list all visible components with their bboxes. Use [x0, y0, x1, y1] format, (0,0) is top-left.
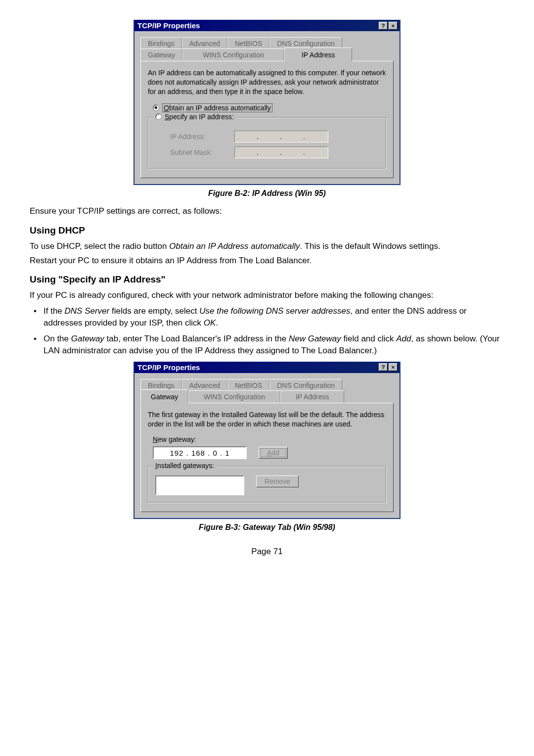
- radio-specify-label: Specify an IP address:: [165, 113, 234, 121]
- tab-gateway-2[interactable]: Gateway: [140, 389, 188, 404]
- help-icon[interactable]: ?: [379, 363, 388, 371]
- dialog-body-1: Bindings Advanced NetBIOS DNS Configurat…: [134, 31, 400, 184]
- para-ensure: Ensure your TCP/IP settings are correct,…: [30, 206, 504, 217]
- close-icon[interactable]: ×: [389, 363, 398, 371]
- para-restart: Restart your PC to ensure it obtains an …: [30, 255, 504, 267]
- radio-obtain[interactable]: [153, 104, 159, 111]
- figure-caption-1: Figure B-2: IP Address (Win 95): [30, 189, 504, 198]
- ip-address-row: IP Address:: [170, 131, 364, 142]
- radio-obtain-label: Obtain an IP address automatically: [162, 103, 272, 112]
- remove-button[interactable]: Remove: [256, 475, 299, 487]
- installed-listbox[interactable]: [155, 475, 244, 495]
- installed-legend: Installed gateways:: [153, 462, 216, 470]
- new-gateway-input[interactable]: 192 . 168 . 0 . 1: [153, 446, 247, 459]
- tab-row-1-bottom: Gateway WINS Configuration IP Address: [140, 47, 394, 62]
- installed-groupbox: Installed gateways: Remove: [148, 466, 386, 503]
- page-number: Page 71: [30, 547, 504, 557]
- radio-obtain-row[interactable]: Obtain an IP address automatically: [153, 103, 381, 112]
- heading-dhcp: Using DHCP: [30, 225, 504, 236]
- bullet-list: If the DNS Server fields are empty, sele…: [30, 305, 504, 356]
- titlebar-buttons-1: ? ×: [379, 22, 398, 30]
- ip-desc: An IP address can be automatically assig…: [148, 68, 386, 96]
- titlebar-text-2: TCP/IP Properties: [137, 363, 200, 372]
- subnet-row: Subnet Mask:: [170, 146, 364, 158]
- subnet-input[interactable]: [234, 146, 328, 158]
- help-icon[interactable]: ?: [379, 22, 388, 30]
- tab-row-2-bottom: Gateway WINS Configuration IP Address: [140, 389, 394, 404]
- bullet-dns: If the DNS Server fields are empty, sele…: [44, 305, 504, 329]
- tab-row-1-top: Bindings Advanced NetBIOS DNS Configurat…: [140, 36, 394, 48]
- figure-caption-2: Figure B-3: Gateway Tab (Win 95/98): [30, 523, 504, 532]
- para-configured: If your PC is already configured, check …: [30, 290, 504, 301]
- ip-address-label: IP Address:: [170, 133, 224, 141]
- bullet-gateway: On the Gateway tab, enter The Load Balan…: [44, 333, 504, 357]
- tab-panel-gateway: The first gateway in the Installed Gatew…: [140, 403, 394, 513]
- close-icon[interactable]: ×: [389, 22, 398, 30]
- titlebar-1: TCP/IP Properties ? ×: [134, 20, 400, 31]
- titlebar-buttons-2: ? ×: [379, 363, 398, 371]
- heading-specify: Using "Specify an IP Address": [30, 274, 504, 285]
- add-button[interactable]: Add: [259, 447, 288, 459]
- gw-desc: The first gateway in the Installed Gatew…: [148, 410, 386, 429]
- titlebar-text-1: TCP/IP Properties: [137, 21, 200, 30]
- tcpip-dialog-2: TCP/IP Properties ? × Bindings Advanced …: [134, 362, 400, 520]
- specify-legend[interactable]: Specify an IP address:: [153, 113, 236, 121]
- para-dhcp: To use DHCP, select the radio button Obt…: [30, 241, 504, 252]
- tab-panel-ip: An IP address can be automatically assig…: [140, 61, 394, 178]
- new-gateway-label: New gateway:: [153, 435, 381, 443]
- tab-ipaddress[interactable]: IP Address: [284, 47, 352, 62]
- specify-groupbox: Specify an IP address: IP Address: Subne…: [148, 117, 386, 169]
- dialog-body-2: Bindings Advanced NetBIOS DNS Configurat…: [134, 373, 400, 519]
- titlebar-2: TCP/IP Properties ? ×: [134, 362, 400, 373]
- tcpip-dialog-1: TCP/IP Properties ? × Bindings Advanced …: [134, 20, 400, 185]
- radio-specify[interactable]: [155, 113, 162, 120]
- subnet-label: Subnet Mask:: [170, 148, 224, 156]
- tab-row-2-top: Bindings Advanced NetBIOS DNS Configurat…: [140, 378, 394, 390]
- ip-address-input[interactable]: [234, 131, 328, 142]
